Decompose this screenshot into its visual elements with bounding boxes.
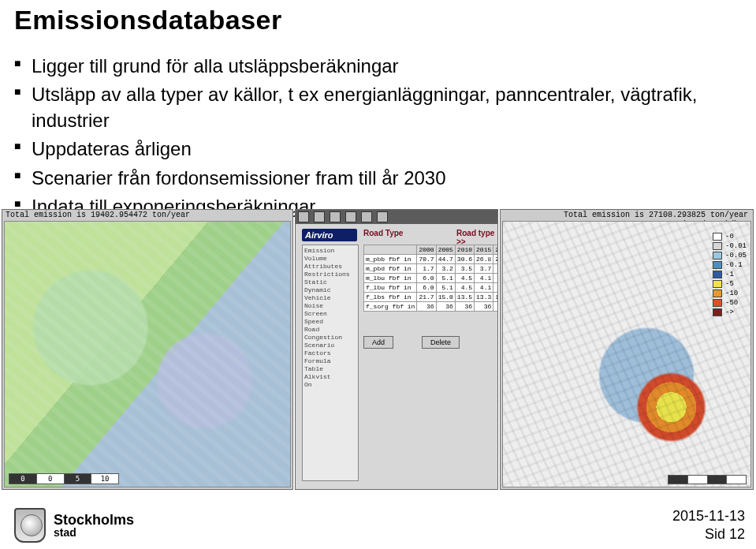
table-cell: 3.5 — [493, 264, 498, 274]
sidebar-item: Factors — [304, 349, 356, 357]
table-cell: 24.8 — [493, 255, 498, 264]
table-header: 2005 — [436, 245, 455, 255]
table-header — [364, 245, 417, 255]
sidebar-item: Road — [304, 326, 356, 334]
table-cell: 36 — [417, 302, 436, 312]
fig-c-caption: Total emission is 27108.293825 ton/year — [564, 211, 748, 219]
legend-item: -50 — [713, 298, 747, 308]
scale-seg: 0 — [9, 473, 36, 484]
bullet-item: Uppdateras årligen — [14, 136, 724, 162]
brand-logo: Stockholms stad — [14, 508, 134, 543]
legend-item: -0.05 — [713, 251, 747, 260]
table-cell: 36 — [493, 302, 498, 312]
legend-item: -0.1 — [713, 260, 747, 270]
scale-seg: 5 — [64, 473, 91, 484]
table-cell: 36 — [455, 302, 474, 312]
table-cell: 3.7 — [475, 264, 493, 274]
figure-map-left: Total emission is 19402.954472 ton/year … — [2, 209, 293, 490]
table-cell: 70.7 — [417, 255, 436, 264]
table-cell: 15.0 — [436, 293, 455, 302]
table-cell: 6.0 — [417, 274, 436, 283]
toolbar-icon — [377, 211, 388, 222]
figure-map-right: Total emission is 27108.293825 ton/year … — [500, 209, 754, 490]
table-cell: 13.3 — [493, 293, 498, 302]
panel-sidebar-list: EmissionVolumeAttributesRestrictionsStat… — [302, 245, 359, 481]
table-row: f_lbu fbf in6.05.14.54.14.04.04.0 — [364, 283, 499, 293]
legend-item: -> — [713, 308, 747, 317]
legend-label: -> — [725, 308, 734, 317]
scale-seg: 10 — [91, 473, 119, 484]
sidebar-item: Alkvist — [304, 373, 356, 381]
legend-label: -10 — [725, 289, 738, 298]
sidebar-item: Noise — [304, 302, 356, 310]
sidebar-item: Table — [304, 365, 356, 373]
legend-label: -1 — [725, 270, 734, 279]
legend-label: -0.1 — [725, 260, 743, 270]
legend-swatch — [713, 299, 722, 307]
toolbar-icon — [345, 211, 356, 222]
legend-item: -1 — [713, 270, 747, 279]
sidebar-item: Vehicle — [304, 294, 356, 302]
legend-swatch — [713, 280, 722, 288]
panel-heading: Road Type — [363, 229, 403, 237]
table-header: 2010 — [455, 245, 474, 255]
toolbar-icon — [361, 211, 372, 222]
table-header: 2000 — [417, 245, 436, 255]
brand-text: Stockholms stad — [54, 513, 134, 538]
add-button[interactable]: Add — [363, 336, 393, 349]
table-cell: 4.0 — [493, 274, 498, 283]
table-row: f_sorg fbf in36363636363636 — [364, 302, 499, 312]
table-cell: 36 — [436, 302, 455, 312]
sidebar-item: Restrictions — [304, 271, 356, 278]
legend-swatch — [713, 308, 722, 316]
scale-seg: 0 — [36, 473, 64, 484]
sidebar-item: Static — [304, 278, 356, 286]
bullet-item: Ligger till grund för alla utsläppsberäk… — [14, 54, 724, 79]
bullet-item: Scenarier från fordonsemissioner fram ti… — [14, 166, 724, 191]
sidebar-item: Dynamic — [304, 286, 356, 294]
table-cell: 44.7 — [436, 255, 455, 264]
bullet-item: Utsläpp av alla typer av källor, t ex en… — [14, 82, 724, 133]
table-cell: 4.1 — [475, 283, 493, 293]
sidebar-item: Scenario — [304, 342, 356, 349]
brand-line2: stad — [54, 527, 134, 538]
bullet-list: Ligger till grund för alla utsläppsberäk… — [14, 54, 724, 222]
table-cell: f_sorg fbf in — [364, 302, 417, 312]
table-cell: m_lbu fbf in — [364, 274, 417, 283]
table-cell: 4.5 — [455, 283, 474, 293]
table-cell: 4.1 — [475, 274, 493, 283]
legend-label: -50 — [725, 298, 738, 308]
table-cell: 13.5 — [455, 293, 474, 302]
legend-label: -0.01 — [725, 241, 747, 251]
footer-date: 2015-11-13 — [672, 507, 745, 525]
legend-swatch — [713, 233, 722, 241]
legend-swatch — [713, 271, 722, 278]
legend-label: -0.05 — [725, 251, 747, 260]
fig-c-scalebar — [668, 475, 747, 484]
sidebar-item: Volume — [304, 255, 356, 263]
delete-button[interactable]: Delete — [422, 336, 460, 349]
table-cell: 21.7 — [417, 293, 436, 302]
table-cell: 30.6 — [455, 255, 474, 264]
sidebar-item: Attributes — [304, 263, 356, 271]
legend-label: -0 — [725, 232, 734, 241]
toolbar-icon — [298, 211, 309, 222]
table-header: 2015 — [475, 245, 493, 255]
slide-footer: 2015-11-13 Sid 12 — [672, 507, 745, 543]
legend-swatch — [713, 252, 722, 260]
table-cell: 3.2 — [436, 264, 455, 274]
fig-a-scalebar: 0 0 5 10 — [9, 473, 119, 484]
legend-swatch — [713, 242, 722, 250]
sidebar-item: Congestion — [304, 334, 356, 342]
fig-a-caption: Total emission is 19402.954472 ton/year — [6, 211, 190, 219]
table-cell: 26.8 — [475, 255, 493, 264]
legend-swatch — [713, 261, 722, 269]
table-cell: f_lbs fbf in — [364, 293, 417, 302]
table-header: 2020 — [493, 245, 498, 255]
sidebar-item: Formula — [304, 357, 356, 365]
table-cell: 3.5 — [455, 264, 474, 274]
table-cell: 6.0 — [417, 283, 436, 293]
airviro-logo: Airviro — [302, 229, 357, 241]
scenario-table: 2000200520102015202020252030m_pbb fbf in… — [363, 245, 498, 312]
brand-line1: Stockholms — [54, 512, 134, 528]
